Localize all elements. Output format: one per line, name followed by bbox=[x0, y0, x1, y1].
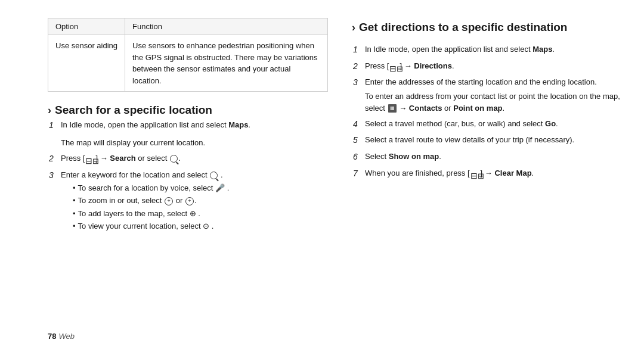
dir-step-5-content: Select a travel route to view details of… bbox=[365, 134, 620, 146]
menu-icon: ⊟ bbox=[85, 155, 95, 162]
bullet-2: • To zoom in or out, select + or +. bbox=[73, 195, 328, 207]
directions-steps: 1 In Idle mode, open the application lis… bbox=[352, 43, 620, 180]
page-footer: 78 Web bbox=[48, 332, 75, 341]
option-cell: Use sensor aiding bbox=[48, 35, 125, 92]
step-1: 1 In Idle mode, open the application lis… bbox=[49, 119, 328, 132]
dir-step-7: 7 When you are finished, press [⊟] → Cle… bbox=[353, 167, 620, 180]
bullet-3: • To add layers to the map, select ⊕ . bbox=[73, 208, 328, 220]
search-icon bbox=[170, 155, 178, 163]
chevron-icon: › bbox=[48, 104, 51, 117]
bullet-1: • To search for a location by voice, sel… bbox=[73, 182, 328, 194]
chevron-icon-right: › bbox=[352, 21, 355, 34]
left-column: Option Function Use sensor aiding Use se… bbox=[48, 18, 328, 337]
bullet-1-text: To search for a location by voice, selec… bbox=[78, 182, 230, 194]
location-icon: ⊙ bbox=[203, 222, 209, 230]
dir-step-3-content: Enter the addresses of the starting loca… bbox=[365, 76, 620, 114]
menu-icon-2: ⊟ bbox=[389, 63, 399, 70]
dir-step-2: 2 Press [⊟] → Directions. bbox=[353, 60, 620, 73]
bullet-dot: • bbox=[73, 182, 76, 194]
dir-step-6: 6 Select Show on map. bbox=[353, 151, 620, 164]
step-num-3: 3 bbox=[49, 169, 57, 182]
dir-step-num-1: 1 bbox=[353, 43, 361, 57]
col-option-header: Option bbox=[48, 18, 125, 35]
dir-step-num-5: 5 bbox=[353, 134, 361, 147]
dir-step-7-content: When you are finished, press [⊟] → Clear… bbox=[365, 167, 620, 179]
col-function-header: Function bbox=[125, 18, 328, 35]
bullet-3-text: To add layers to the map, select ⊕ . bbox=[78, 208, 200, 220]
directions-heading: › Get directions to a specific destinati… bbox=[352, 21, 620, 34]
contacts-icon: ▦ bbox=[388, 104, 397, 113]
dir-step-4-content: Select a travel method (car, bus, or wal… bbox=[365, 118, 620, 130]
bullet-dot-2: • bbox=[73, 195, 76, 207]
step-3: 3 Enter a keyword for the location and s… bbox=[49, 169, 328, 232]
dir-step-num-6: 6 bbox=[353, 151, 361, 164]
step-2: 2 Press [⊟] → Search or select . bbox=[49, 152, 328, 166]
search-heading: › Search for a specific location bbox=[48, 104, 328, 117]
dir-step-2-content: Press [⊟] → Directions. bbox=[365, 60, 620, 72]
dir-step-5: 5 Select a travel route to view details … bbox=[353, 134, 620, 147]
page-number: 78 bbox=[48, 332, 56, 341]
step-3-content: Enter a keyword for the location and sel… bbox=[61, 169, 328, 232]
options-table: Option Function Use sensor aiding Use se… bbox=[48, 18, 328, 92]
dir-step-num-2: 2 bbox=[353, 60, 361, 73]
step-1-note: The map will display your current locati… bbox=[49, 137, 328, 149]
page-label: Web bbox=[58, 332, 75, 341]
bullet-4: • To view your current location, select … bbox=[73, 220, 328, 232]
search-heading-text: Search for a specific location bbox=[55, 104, 212, 117]
directions-heading-text: Get directions to a specific destination bbox=[359, 21, 567, 34]
table-row: Use sensor aiding Use sensors to enhance… bbox=[48, 35, 328, 92]
bullet-4-text: To view your current location, select ⊙ … bbox=[78, 220, 214, 232]
dir-step-num-7: 7 bbox=[353, 167, 361, 180]
menu-icon-3: ⊟ bbox=[470, 170, 480, 177]
dir-step-6-content: Select Show on map. bbox=[365, 151, 620, 163]
search-icon-2 bbox=[210, 172, 218, 179]
dir-step-3-note: To enter an address from your contact li… bbox=[365, 91, 620, 114]
function-cell: Use sensors to enhance pedestrian positi… bbox=[125, 35, 328, 92]
step-num-1: 1 bbox=[49, 119, 57, 132]
layers-icon: ⊕ bbox=[190, 209, 196, 218]
search-section: › Search for a specific location 1 In Id… bbox=[48, 104, 328, 232]
bullet-dot-3: • bbox=[73, 208, 76, 220]
zoom-in-icon: + bbox=[165, 197, 173, 205]
dir-step-3: 3 Enter the addresses of the starting lo… bbox=[353, 76, 620, 114]
dir-step-1: 1 In Idle mode, open the application lis… bbox=[353, 43, 620, 57]
zoom-out-icon: + bbox=[185, 197, 194, 205]
bullet-2-text: To zoom in or out, select + or +. bbox=[78, 195, 197, 207]
step-2-content: Press [⊟] → Search or select . bbox=[61, 152, 328, 164]
right-column: › Get directions to a specific destinati… bbox=[352, 18, 620, 337]
bullet-list: • To search for a location by voice, sel… bbox=[61, 182, 328, 232]
dir-step-1-content: In Idle mode, open the application list … bbox=[365, 43, 620, 55]
mic-icon: 🎤 bbox=[215, 183, 225, 192]
bullet-dot-4: • bbox=[73, 220, 76, 232]
page: Option Function Use sensor aiding Use se… bbox=[0, 0, 644, 349]
step-1-content: In Idle mode, open the application list … bbox=[61, 119, 328, 131]
dir-step-num-3: 3 bbox=[353, 76, 361, 89]
search-steps: 1 In Idle mode, open the application lis… bbox=[48, 119, 328, 232]
dir-step-4: 4 Select a travel method (car, bus, or w… bbox=[353, 118, 620, 131]
step-num-2: 2 bbox=[49, 152, 57, 166]
dir-step-num-4: 4 bbox=[353, 118, 361, 131]
